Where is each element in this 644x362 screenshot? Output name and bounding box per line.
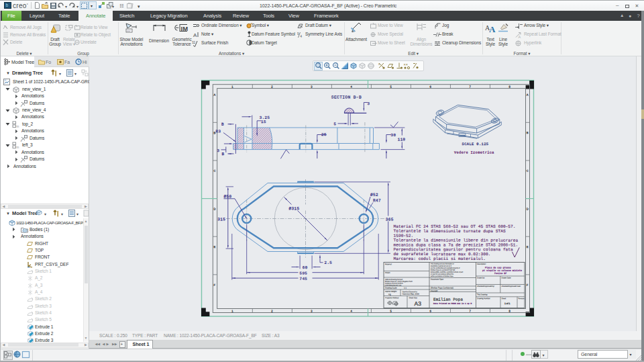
svg-text:written permission of Emilian: written permission of Emilian Popa . <box>431 275 454 277</box>
svg-text:Data Printed on MSDN A12 in 1: Data Printed on MSDN A12 in 1 xp M <box>433 302 472 305</box>
svg-text:D: D <box>527 207 529 210</box>
svg-text:Drawing Number:: Drawing Number: <box>477 298 490 300</box>
svg-text:Marcarea: codul placii si mate: Marcarea: codul placii si materialul. <box>393 257 485 261</box>
svg-text:595: 595 <box>299 271 307 275</box>
svg-text:x: x <box>21 160 22 163</box>
svg-text:A: A <box>527 93 529 97</box>
svg-text:1 of 1: 1 of 1 <box>504 302 511 305</box>
svg-text:Ø52: Ø52 <box>370 193 378 197</box>
svg-text:Campus 2 Central St,New: Campus 2 Central St,New <box>385 283 403 285</box>
svg-text:R47: R47 <box>373 198 381 203</box>
svg-text:Checked/Approved Date:: Checked/Approved Date: <box>501 285 521 287</box>
svg-text:B: B <box>221 122 224 127</box>
svg-text:Description:: Description: <box>477 263 486 265</box>
svg-text:Vedere Izometrica: Vedere Izometrica <box>454 151 494 155</box>
svg-text:365: 365 <box>386 218 394 222</box>
svg-text:A3: A3 <box>414 300 421 307</box>
svg-text:E: E <box>213 245 215 248</box>
svg-text:B: B <box>221 152 224 156</box>
svg-text:x: x <box>21 138 22 142</box>
svg-text:110: 110 <box>398 137 406 142</box>
svg-text:F: F <box>213 283 215 287</box>
svg-text:E: E <box>527 245 529 248</box>
svg-text:Drawn by:: Drawn by: <box>477 277 485 279</box>
svg-text:(Emilian Popa Confidential): (Emilian Popa Confidential) <box>431 287 453 289</box>
svg-text:A: A <box>489 24 496 34</box>
svg-text:60: 60 <box>303 265 308 270</box>
svg-text:descriptive material set out o: descriptive material set out on it <box>431 265 451 267</box>
svg-text:Finish:: Finish: <box>385 272 390 274</box>
svg-text:x: x <box>21 103 22 107</box>
svg-text:Emilian Popa Inc. Unit 5, Mega: Emilian Popa Inc. Unit 5, Megabox Tech <box>385 281 413 283</box>
svg-text:A: A <box>193 32 197 38</box>
svg-text:5: 5 <box>333 122 336 126</box>
svg-text:F: F <box>527 283 529 287</box>
svg-text:Address Drawing Contact:: Address Drawing Contact: <box>385 279 403 281</box>
svg-text:Checked/Approved by:: Checked/Approved by: <box>477 285 495 287</box>
svg-text:745: 745 <box>299 277 307 281</box>
svg-text:Material:: Material: <box>385 263 392 265</box>
svg-text:30: 30 <box>390 133 396 138</box>
svg-text:Projection Method:: Projection Method: <box>385 297 399 299</box>
svg-text:Approx Weight:: Approx Weight: <box>385 291 397 293</box>
svg-text:SECTION B-B: SECTION B-B <box>331 95 362 100</box>
svg-text:B: B <box>527 131 529 134</box>
svg-text:A: A <box>213 93 215 97</box>
svg-text:C: C <box>527 169 529 173</box>
svg-text:Drawing Scale:: Drawing Scale: <box>385 287 397 289</box>
svg-text:R3: R3 <box>215 129 221 134</box>
svg-text:Sheet Size:: Sheet Size: <box>409 297 417 299</box>
svg-text:Placa de cap groasa: Placa de cap groasa <box>485 267 511 270</box>
svg-text:m: m <box>17 125 19 128</box>
svg-text:This drawing and any informati: This drawing and any information or <box>431 263 454 265</box>
svg-text:DISCLOSED, COPIED, LOANED in w: DISCLOSED, COPIED, LOANED in whole or pa… <box>431 271 463 273</box>
svg-text:Revision:: Revision: <box>518 298 525 300</box>
svg-text:This Drawing:: This Drawing: <box>477 294 488 296</box>
svg-text:15: 15 <box>261 120 266 124</box>
svg-text:315: 315 <box>217 217 225 222</box>
svg-text:A: A <box>519 35 521 39</box>
svg-text:2.5: 2.5 <box>324 261 332 265</box>
svg-text:Kg: Kg <box>388 293 391 296</box>
svg-text:Emilian Popa: Emilian Popa <box>433 298 463 302</box>
svg-text:Ø315: Ø315 <box>288 206 299 211</box>
svg-text:1:1: 1:1 <box>404 287 407 289</box>
svg-text:32: 32 <box>192 41 196 44</box>
svg-text:Hazardous Mfgs, 30000: Hazardous Mfgs, 30000 <box>402 293 419 296</box>
svg-text:IM: IM <box>181 25 189 32</box>
svg-text:C: C <box>213 169 215 173</box>
svg-text:Document Type:: Document Type: <box>431 279 444 281</box>
svg-text:3: 3 <box>217 148 219 153</box>
svg-text:9: 9 <box>297 32 299 36</box>
svg-text:Copyright:: Copyright: <box>431 290 438 292</box>
svg-text:Lield Olanycity,moir van.: Lield Olanycity,moir van. <box>385 285 402 287</box>
svg-text:are the confidential and copyr: are the confidential and copyright prope… <box>431 267 460 269</box>
svg-text:D: D <box>213 207 215 210</box>
svg-text:Emilian Popa Inc and MUST NOT: Emilian Popa Inc and MUST NOT BE <box>431 269 455 271</box>
svg-text:××: ×× <box>403 62 407 66</box>
svg-text:SCALE 0.125: SCALE 0.125 <box>462 142 488 146</box>
svg-text:m: m <box>17 146 19 149</box>
svg-text:or used for any purpose withou: or used for any purpose without the <box>431 273 454 275</box>
svg-text:4: 4 <box>301 35 303 38</box>
svg-text:3: 3 <box>367 101 370 106</box>
svg-text:Sheet:: Sheet: <box>501 298 506 300</box>
svg-text:Fasina BF: Fasina BF <box>494 272 506 275</box>
svg-text:Drawn Date:: Drawn Date: <box>501 277 511 279</box>
